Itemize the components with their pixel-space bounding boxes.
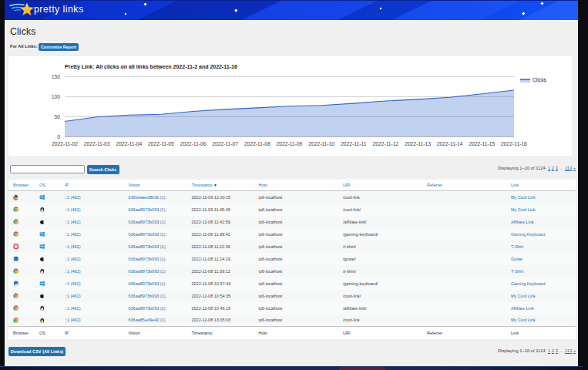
svg-text:50: 50 bbox=[55, 114, 61, 119]
svg-text:100: 100 bbox=[52, 94, 60, 99]
svg-text:2022-11-09: 2022-11-09 bbox=[277, 141, 303, 146]
svg-text:2022-11-12: 2022-11-12 bbox=[373, 141, 399, 146]
svg-text:2022-11-15: 2022-11-15 bbox=[469, 141, 495, 146]
svg-text:2022-11-03: 2022-11-03 bbox=[84, 141, 110, 146]
svg-text:0: 0 bbox=[57, 134, 60, 140]
svg-text:2022-11-08: 2022-11-08 bbox=[244, 141, 270, 146]
svg-text:2022-11-06: 2022-11-06 bbox=[180, 141, 207, 146]
svg-text:2022-11-04: 2022-11-04 bbox=[116, 141, 142, 146]
svg-text:2022-11-14: 2022-11-14 bbox=[437, 141, 463, 146]
svg-text:2022-11-10: 2022-11-10 bbox=[308, 141, 334, 146]
svg-text:Clicks: Clicks bbox=[533, 77, 546, 82]
svg-text:2022-11-16: 2022-11-16 bbox=[501, 141, 527, 146]
svg-text:2022-11-05: 2022-11-05 bbox=[148, 141, 174, 146]
svg-text:150: 150 bbox=[52, 74, 60, 79]
svg-text:2022-11-07: 2022-11-07 bbox=[212, 141, 238, 146]
svg-text:2022-11-13: 2022-11-13 bbox=[405, 141, 431, 146]
svg-text:2022-11-02: 2022-11-02 bbox=[52, 141, 78, 146]
svg-text:2022-11-11: 2022-11-11 bbox=[341, 141, 366, 146]
svg-text:pretty links: pretty links bbox=[34, 4, 84, 15]
